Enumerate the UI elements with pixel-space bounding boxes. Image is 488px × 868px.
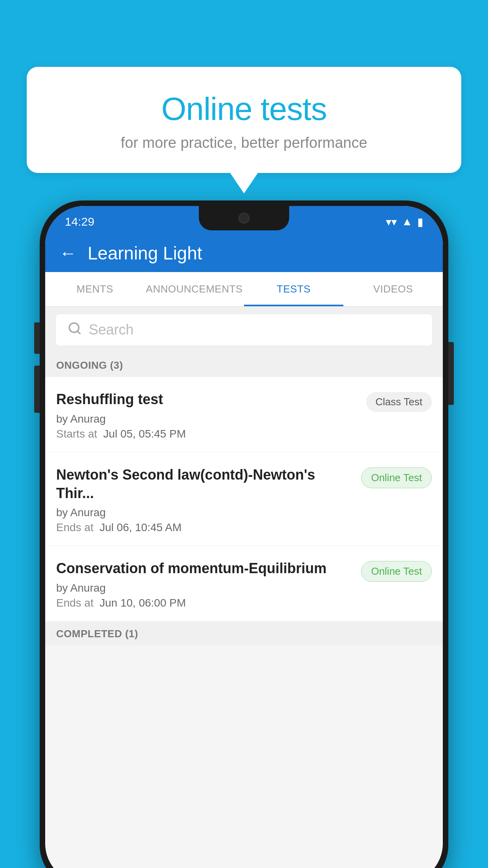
phone-notch (199, 206, 289, 230)
test-author-1: by Anurag (56, 413, 360, 425)
phone-outer: 14:29 ▾▾ ▲ ▮ ← Learning Light MENTS ANNO… (40, 200, 448, 868)
time-label-3: Ends at (56, 597, 94, 609)
search-placeholder: Search (89, 322, 134, 338)
search-bar[interactable]: Search (55, 314, 433, 346)
back-button[interactable]: ← (59, 243, 77, 263)
test-name-3: Conservation of momentum-Equilibrium (56, 559, 355, 578)
test-time-1: Starts at Jul 05, 05:45 PM (56, 428, 360, 440)
bubble-subtitle: for more practice, better performance (46, 134, 442, 151)
phone-container: 14:29 ▾▾ ▲ ▮ ← Learning Light MENTS ANNO… (40, 200, 448, 868)
search-container: Search (45, 307, 443, 353)
test-info-3: Conservation of momentum-Equilibrium by … (56, 559, 355, 609)
signal-icon: ▲ (402, 215, 413, 228)
bubble-title: Online tests (46, 90, 442, 127)
app-header-title: Learning Light (88, 243, 202, 264)
wifi-icon: ▾▾ (386, 215, 397, 228)
tab-tests[interactable]: TESTS (244, 272, 343, 306)
status-time: 14:29 (65, 215, 94, 228)
speech-bubble-container: Online tests for more practice, better p… (27, 67, 461, 173)
test-item-1[interactable]: Reshuffling test by Anurag Starts at Jul… (45, 377, 443, 452)
test-name-2: Newton's Second law(contd)-Newton's Thir… (56, 466, 355, 503)
time-label-2: Ends at (56, 521, 94, 533)
svg-line-1 (77, 331, 80, 333)
test-list: Reshuffling test by Anurag Starts at Jul… (45, 377, 443, 622)
test-time-3: Ends at Jun 10, 06:00 PM (56, 597, 355, 609)
test-author-3: by Anurag (56, 582, 355, 594)
status-icons: ▾▾ ▲ ▮ (386, 215, 423, 228)
time-label-1: Starts at (56, 428, 97, 440)
test-badge-3: Online Test (361, 561, 432, 582)
ongoing-section-header: ONGOING (3) (45, 353, 443, 377)
test-info-1: Reshuffling test by Anurag Starts at Jul… (56, 390, 360, 440)
test-badge-1: Class Test (366, 392, 432, 412)
test-info-2: Newton's Second law(contd)-Newton's Thir… (56, 466, 355, 534)
search-icon (68, 321, 82, 339)
test-item-2[interactable]: Newton's Second law(contd)-Newton's Thir… (45, 452, 443, 546)
tab-announcements[interactable]: ANNOUNCEMENTS (145, 272, 244, 306)
tab-videos[interactable]: VIDEOS (343, 272, 443, 306)
app-header: ← Learning Light (45, 234, 443, 272)
side-button-power (448, 342, 454, 405)
front-camera (238, 213, 250, 224)
test-badge-2: Online Test (361, 467, 432, 488)
tab-bar: MENTS ANNOUNCEMENTS TESTS VIDEOS (45, 272, 443, 307)
tab-ments[interactable]: MENTS (45, 272, 145, 306)
completed-section-header: COMPLETED (1) (45, 622, 443, 645)
test-item-3[interactable]: Conservation of momentum-Equilibrium by … (45, 546, 443, 622)
side-button-volume-down (34, 366, 40, 413)
speech-bubble: Online tests for more practice, better p… (27, 67, 461, 173)
test-author-2: by Anurag (56, 506, 355, 519)
battery-icon: ▮ (417, 215, 423, 228)
test-name-1: Reshuffling test (56, 390, 360, 409)
phone-screen: 14:29 ▾▾ ▲ ▮ ← Learning Light MENTS ANNO… (45, 206, 443, 868)
test-time-2: Ends at Jul 06, 10:45 AM (56, 521, 355, 534)
side-button-volume-up (34, 322, 40, 354)
